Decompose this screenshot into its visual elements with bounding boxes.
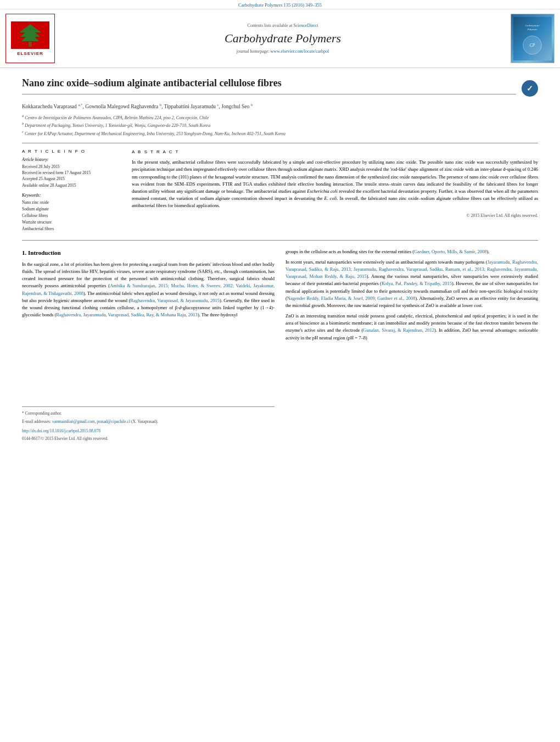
affiliation-a: a Centro de Investigación de Polímeros A… [22,113,538,121]
article-info-heading: A R T I C L E I N F O [22,149,121,154]
crossmark-badge: ✓ [522,80,538,97]
intro-left-column: 1. Introduction In the surgical zone, a … [22,248,275,442]
elsevier-wordmark: ELSEVIER [17,51,43,56]
accepted-date: Accepted 25 August 2015 [22,176,121,182]
contents-note: Contents lists available at ScienceDirec… [248,23,318,28]
intro-section-title: 1. Introduction [22,248,275,258]
svg-rect-0 [29,42,32,47]
section-divider [22,240,538,241]
journal-title-area: Contents lists available at ScienceDirec… [60,14,505,63]
svg-text:CP: CP [530,42,535,47]
svg-text:Carbohydrate: Carbohydrate [525,24,539,26]
ref-link-6[interactable]: Kolya, Pal, Pandey, & Tripathy, 2015 [382,281,452,286]
email-note: E-mail addresses: vanmaindian@gmail.com,… [22,419,275,425]
ref-link-1[interactable]: Ambika & Sundrarajan, 2015; Mucha, Hoter… [22,283,275,295]
journal-title: Carbohydrate Polymers [225,31,341,46]
affiliation-b: b Department of Packaging, Yonsei Univer… [22,121,538,129]
intro-right-column: groups in the cellulose acts as bonding … [285,248,538,442]
top-bar: Carbohydrate Polymers 135 (2016) 349–355 [0,0,560,9]
authors-line: Kokkarachedu Varaprasad a,*, Gownolla Ma… [22,102,538,110]
keywords-panel: Keywords: Nano zinc oxide Sodium alginat… [22,193,121,232]
paper-body: Nano zinc oxide–sodium alginate antibact… [0,68,560,451]
affiliation-c: c Center for EAPap Actuator, Department … [22,129,538,137]
ref-link-8[interactable]: Gunalan, Sivaraj, & Rajendran, 2012 [363,327,434,333]
ref-link-2[interactable]: Raghavendra, Varaprasad, & Jayaramudu, 2… [130,298,220,303]
keyword-1: Nano zinc oxide [22,199,121,206]
abstract-text: In the present study, antibacterial cell… [132,159,538,209]
keyword-3: Cellulose fibres [22,213,121,219]
homepage-line: journal homepage: www.elsevier.com/locat… [237,49,329,54]
ref-link-4[interactable]: Gardner, Oporto, Mills, & Samir, 2008 [414,249,486,254]
article-history: Article history: Received 28 July 2015 R… [22,157,121,188]
ref-link-3[interactable]: Raghavendra, Jayaramudu, Varaprasad, Sad… [56,312,198,317]
article-title: Nano zinc oxide–sodium alginate antibact… [22,77,516,94]
history-label: Article history: [22,157,121,162]
received-date: Received 28 July 2015 [22,164,121,170]
sciencedirect-link[interactable]: ScienceDirect [294,23,318,28]
svg-text:Polymers: Polymers [527,28,537,31]
available-date: Available online 28 August 2015 [22,182,121,188]
journal-header: ELSEVIER Contents lists available at Sci… [0,9,560,68]
keyword-4: Wurtzite structure [22,219,121,226]
introduction-section: 1. Introduction In the surgical zone, a … [22,248,538,442]
keyword-2: Sodium alginate [22,206,121,213]
intro-right-para-1: groups in the cellulose acts as bonding … [285,248,538,255]
email-link-2[interactable]: prasad@cipachile.cl [97,419,130,424]
abstract-heading: A B S T R A C T [132,149,538,155]
journal-reference: Carbohydrate Polymers 135 (2016) 349–355 [238,2,322,8]
issn-line: 0144-8617/© 2015 Elsevier Ltd. All right… [22,436,275,442]
footnote-area: * Corresponding author. E-mail addresses… [22,406,275,442]
copyright-line: © 2015 Elsevier Ltd. All rights reserved… [132,213,538,219]
elsevier-tree-icon [11,21,49,49]
article-info-abstract: A R T I C L E I N F O Article history: R… [22,143,538,232]
doi-area: http://dx.doi.org/10.1016/j.carbpol.2015… [22,428,275,434]
intro-right-para-2: In recent years, metal nanoparticles wer… [285,259,538,309]
homepage-link[interactable]: www.elsevier.com/locate/carbpol [271,49,329,54]
revised-date: Received in revised form 17 August 2015 [22,170,121,176]
doi-link[interactable]: http://dx.doi.org/10.1016/j.carbpol.2015… [22,428,100,433]
ref-link-5[interactable]: Jayaramudu, Raghavendra, Varaprasad, Sad… [285,259,538,279]
ref-link-7[interactable]: Nagender Reddy, Eladia Maria, & Josef, 2… [287,295,416,301]
affiliations: a Centro de Investigación de Polímeros A… [22,113,538,137]
elsevier-logo: ELSEVIER [5,14,55,63]
journal-cover-image: Carbohydrate Polymers CP [511,14,555,63]
article-info-panel: A R T I C L E I N F O Article history: R… [22,149,121,232]
intro-paragraph-1: In the surgical zone, a lot of prioritie… [22,261,275,319]
intro-right-para-3: ZnO is an interesting transition metal o… [285,313,538,342]
abstract-panel: A B S T R A C T In the present study, an… [132,149,538,232]
email-link[interactable]: vanmaindian@gmail.com [52,419,95,424]
corresponding-note: * Corresponding author. [22,410,275,417]
keywords-label: Keywords: [22,193,121,198]
keyword-5: Antibacterial fibres [22,226,121,232]
